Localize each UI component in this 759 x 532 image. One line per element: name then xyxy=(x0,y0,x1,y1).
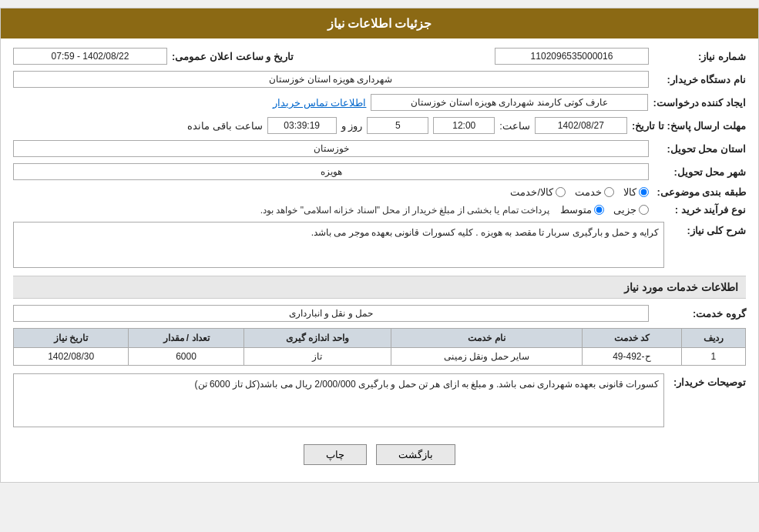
ijad-row: ایجاد کننده درخواست: عارف کوتی کارمند شه… xyxy=(13,94,746,111)
bazgasht-button[interactable]: بازگشت xyxy=(376,444,455,465)
shomara-niaz-row: شماره نیاز: 1102096535000016 تاریخ و ساع… xyxy=(13,48,746,65)
farayand-row: نوع فرآیند خرید : جزیی متوسط پرداخت تمام… xyxy=(13,204,746,216)
page-wrapper: جزئیات اطلاعات نیاز شماره نیاز: 11020965… xyxy=(0,8,759,483)
tabaqe-kala-radio[interactable] xyxy=(639,187,649,197)
services-table: ردیف کد خدمت نام خدمت واحد اندازه گیری ت… xyxy=(13,328,746,366)
sharh-koli-value: کرایه و حمل و بارگیری سربار تا مقصد به ه… xyxy=(13,222,664,268)
cell-kod_khadamat: ح-492-49 xyxy=(583,348,682,366)
nam-dastgah-row: نام دستگاه خریدار: شهرداری هویزه استان خ… xyxy=(13,71,746,88)
farayand-jozi-radio[interactable] xyxy=(639,205,649,215)
saat-label: ساعت: xyxy=(499,120,530,132)
sharh-koli-box: کرایه و حمل و بارگیری سربار تا مقصد به ه… xyxy=(13,222,664,268)
tabaqe-kala-item: کالا xyxy=(623,186,649,198)
tabaqe-khadamat-item: خدمت xyxy=(575,186,614,198)
sharh-koli-label: شرح کلی نیاز: xyxy=(669,222,746,236)
tabaqe-label: طبقه بندی موضوعی: xyxy=(653,186,746,198)
farayand-motavasset-radio[interactable] xyxy=(594,205,604,215)
gerooh-khadamat-label: گروه خدمت: xyxy=(653,308,746,320)
rooz-value: 5 xyxy=(367,117,428,134)
cell-radif: 1 xyxy=(681,348,745,366)
farayand-jozi-label: جزیی xyxy=(613,204,636,216)
services-table-header-row: ردیف کد خدمت نام خدمت واحد اندازه گیری ت… xyxy=(14,329,746,348)
ostan-value: خوزستان xyxy=(13,140,649,157)
cell-tedad: 6000 xyxy=(129,348,243,366)
tabaqe-kala-khadamat-item: کالا/خدمت xyxy=(510,186,566,198)
header-title: جزئیات اطلاعات نیاز xyxy=(327,17,432,30)
tarikh-elan-value: 1402/08/22 - 07:59 xyxy=(13,48,167,65)
main-content: شماره نیاز: 1102096535000016 تاریخ و ساع… xyxy=(1,38,758,482)
col-radif: ردیف xyxy=(681,329,745,348)
gerooh-khadamat-value: حمل و نقل و انبارداری xyxy=(13,305,649,322)
tabaqe-khadamat-label: خدمت xyxy=(575,186,602,198)
saat-value: 12:00 xyxy=(433,117,495,134)
col-kod: کد خدمت xyxy=(583,329,682,348)
footer-buttons: بازگشت چاپ xyxy=(13,433,746,473)
chap-button[interactable]: چاپ xyxy=(304,444,367,465)
table-row: 1ح-492-49سایر حمل ونقل زمینیتاز60001402/… xyxy=(14,348,746,366)
tabaqe-khadamat-radio[interactable] xyxy=(604,187,614,197)
tarikh-mohlat-value: 1402/08/27 xyxy=(535,117,627,134)
farayand-motavasset-item: متوسط xyxy=(560,204,604,216)
nam-dastgah-label: نام دستگاه خریدار: xyxy=(653,74,746,85)
saat-mande-value: 03:39:19 xyxy=(267,117,337,134)
toseeh-box-wrapper: کسورات قانونی بعهده شهرداری نمی باشد. و … xyxy=(13,373,664,427)
nam-dastgah-value: شهرداری هویزه استان خوزستان xyxy=(13,71,649,88)
col-vahed: واحد اندازه گیری xyxy=(243,329,391,348)
farayand-label: نوع فرآیند خرید : xyxy=(653,204,746,216)
gerooh-khadamat-row: گروه خدمت: حمل و نقل و انبارداری xyxy=(13,305,746,322)
sharh-koli-row: شرح کلی نیاز: کرایه و حمل و بارگیری سربا… xyxy=(13,222,746,268)
rooz-label: روز و xyxy=(341,120,363,132)
page-header: جزئیات اطلاعات نیاز xyxy=(1,8,758,38)
toseeh-value: کسورات قانونی بعهده شهرداری نمی باشد. و … xyxy=(13,373,664,427)
saat-mande-label: ساعت باقی مانده xyxy=(187,120,262,132)
tabaqe-radio-group: کالا خدمت کالا/خدمت xyxy=(510,186,649,198)
cell-tarikh: 1402/08/30 xyxy=(14,348,129,366)
etelaat-tamas-link[interactable]: اطلاعات تماس خریدار xyxy=(273,97,366,109)
shahr-row: شهر محل تحویل: هویزه xyxy=(13,163,746,180)
tabaqe-kala-label: کالا xyxy=(623,186,636,198)
services-table-head: ردیف کد خدمت نام خدمت واحد اندازه گیری ت… xyxy=(14,329,746,348)
col-tarikh: تاریخ نیاز xyxy=(14,329,129,348)
cell-nam_khadamat: سایر حمل ونقل زمینی xyxy=(391,348,582,366)
khadamat-section-title: اطلاعات خدمات مورد نیاز xyxy=(13,276,746,299)
shomara-niaz-value: 1102096535000016 xyxy=(495,48,649,65)
col-nam: نام خدمت xyxy=(391,329,582,348)
farayand-jozi-item: جزیی xyxy=(613,204,649,216)
toseeh-row: توصیحات خریدار: کسورات قانونی بعهده شهرد… xyxy=(13,373,746,427)
farayand-radio-group: جزیی متوسط xyxy=(560,204,649,216)
ostan-label: استان محل تحویل: xyxy=(653,143,746,155)
ijad-label: ایجاد کننده درخواست: xyxy=(653,97,746,109)
toseeh-label: توصیحات خریدار: xyxy=(669,373,746,388)
farayand-desc: پرداخت تمام یا بخشی از مبلغ خریدار از مح… xyxy=(260,205,549,216)
mohlat-label: مهلت ارسال پاسخ: تا تاریخ: xyxy=(632,120,746,132)
tabaqe-row: طبقه بندی موضوعی: کالا خدمت کالا/خدمت xyxy=(13,186,746,198)
tarikh-elan-label: تاریخ و ساعت اعلان عمومی: xyxy=(172,51,294,62)
farayand-motavasset-label: متوسط xyxy=(560,204,592,216)
tabaqe-kala-khadamat-radio[interactable] xyxy=(556,187,566,197)
mohlat-row: مهلت ارسال پاسخ: تا تاریخ: 1402/08/27 سا… xyxy=(13,117,746,134)
ijad-value: عارف کوتی کارمند شهرداری هویزه استان خوز… xyxy=(371,94,648,111)
cell-vahed: تاز xyxy=(243,348,391,366)
services-table-body: 1ح-492-49سایر حمل ونقل زمینیتاز60001402/… xyxy=(14,348,746,366)
shahr-label: شهر محل تحویل: xyxy=(653,166,746,178)
col-tedad: تعداد / مقدار xyxy=(129,329,243,348)
ostan-row: استان محل تحویل: خوزستان xyxy=(13,140,746,157)
tabaqe-kala-khadamat-label: کالا/خدمت xyxy=(510,186,553,198)
shahr-value: هویزه xyxy=(13,163,649,180)
shomara-niaz-label: شماره نیاز: xyxy=(653,51,746,62)
